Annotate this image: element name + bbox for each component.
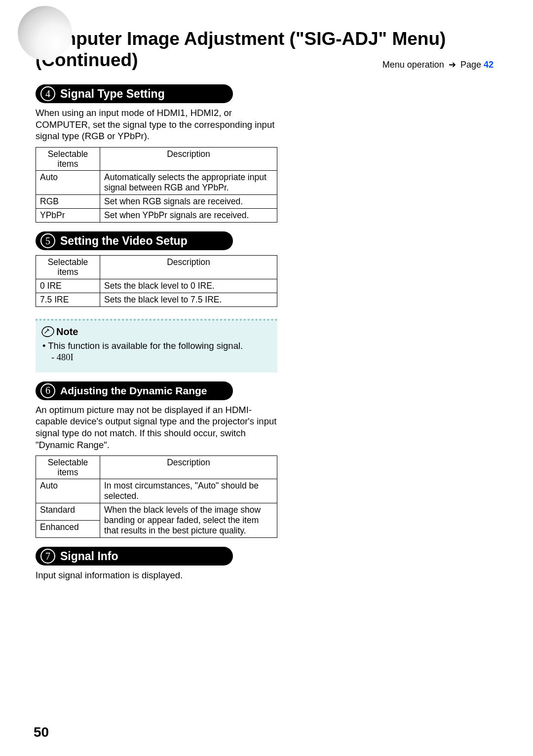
table-header-row: Selectable items Description bbox=[36, 148, 277, 171]
table-row: YPbPr Set when YPbPr signals are receive… bbox=[36, 209, 277, 223]
note-box: Note This function is available for the … bbox=[36, 319, 277, 373]
section-4-table: Selectable items Description Auto Automa… bbox=[36, 147, 277, 223]
table-row: RGB Set when RGB signals are received. bbox=[36, 195, 277, 209]
section-6-label: Adjusting the Dynamic Range bbox=[60, 385, 207, 397]
table-row: 0 IRE Sets the black level to 0 IRE. bbox=[36, 279, 277, 293]
table-row: Auto In most circumstances, "Auto" shoul… bbox=[36, 479, 277, 503]
section-6-table: Selectable items Description Auto In mos… bbox=[36, 455, 277, 538]
note-line-1: This function is available for the follo… bbox=[42, 340, 271, 352]
cell-desc-merged: When the black levels of the image show … bbox=[100, 503, 277, 538]
table-row: Standard When the black levels of the im… bbox=[36, 503, 277, 521]
note-header: Note bbox=[41, 326, 271, 339]
th-desc: Description bbox=[100, 148, 277, 171]
th-items: Selectable items bbox=[36, 456, 100, 479]
cell-desc: Set when RGB signals are received. bbox=[100, 195, 277, 209]
arrow-right-icon: ➔ bbox=[449, 60, 456, 70]
circled-number-7-icon: 7 bbox=[40, 549, 55, 564]
section-6-heading: 6 Adjusting the Dynamic Range bbox=[36, 381, 233, 400]
cell-desc: Sets the black level to 7.5 IRE. bbox=[100, 293, 277, 306]
section-4-label: Signal Type Setting bbox=[60, 87, 165, 101]
section-6-intro: An optimum picture may not be displayed … bbox=[36, 404, 277, 451]
menu-ref-page-num[interactable]: 42 bbox=[484, 60, 494, 70]
section-7-label: Signal Info bbox=[60, 550, 118, 563]
menu-ref-page-label: Page bbox=[460, 60, 481, 70]
table-header-row: Selectable items Description bbox=[36, 256, 277, 279]
th-items: Selectable items bbox=[36, 148, 100, 171]
th-desc: Description bbox=[100, 256, 277, 279]
cell-desc: Automatically selects the appropriate in… bbox=[100, 171, 277, 195]
section-5-label: Setting the Video Setup bbox=[60, 234, 188, 248]
cell-item: Standard bbox=[36, 503, 100, 521]
table-header-row: Selectable items Description bbox=[36, 456, 277, 479]
table-row: Auto Automatically selects the appropria… bbox=[36, 171, 277, 195]
section-4-heading: 4 Signal Type Setting bbox=[36, 84, 233, 103]
cell-item: Auto bbox=[36, 479, 100, 503]
menu-operation-ref: Menu operation ➔ Page 42 bbox=[382, 59, 494, 70]
menu-ref-text: Menu operation bbox=[382, 60, 444, 70]
note-line-2: 480I bbox=[41, 352, 271, 364]
circled-number-5-icon: 5 bbox=[40, 233, 55, 248]
page-number: 50 bbox=[34, 724, 49, 740]
cell-item: 0 IRE bbox=[36, 279, 100, 293]
cell-item: Auto bbox=[36, 171, 100, 195]
table-row: 7.5 IRE Sets the black level to 7.5 IRE. bbox=[36, 293, 277, 306]
cell-item: 7.5 IRE bbox=[36, 293, 100, 306]
cell-item: RGB bbox=[36, 195, 100, 209]
cell-desc: Set when YPbPr signals are received. bbox=[100, 209, 277, 223]
circled-number-6-icon: 6 bbox=[40, 383, 55, 398]
section-7-heading: 7 Signal Info bbox=[36, 547, 233, 566]
cell-item: YPbPr bbox=[36, 209, 100, 223]
th-desc: Description bbox=[100, 456, 277, 479]
decorative-sphere bbox=[18, 6, 72, 60]
cell-desc: Sets the black level to 0 IRE. bbox=[100, 279, 277, 293]
note-label: Note bbox=[56, 326, 78, 339]
svg-point-0 bbox=[41, 326, 54, 337]
section-5-table: Selectable items Description 0 IRE Sets … bbox=[36, 255, 277, 306]
circled-number-4-icon: 4 bbox=[40, 86, 55, 101]
section-4-intro: When using an input mode of HDMI1, HDMI2… bbox=[36, 107, 277, 142]
cell-desc: In most circumstances, "Auto" should be … bbox=[100, 479, 277, 503]
note-icon bbox=[41, 326, 54, 337]
cell-item: Enhanced bbox=[36, 521, 100, 538]
th-items: Selectable items bbox=[36, 256, 100, 279]
section-5-heading: 5 Setting the Video Setup bbox=[36, 231, 233, 250]
section-7-intro: Input signal information is displayed. bbox=[36, 569, 277, 581]
